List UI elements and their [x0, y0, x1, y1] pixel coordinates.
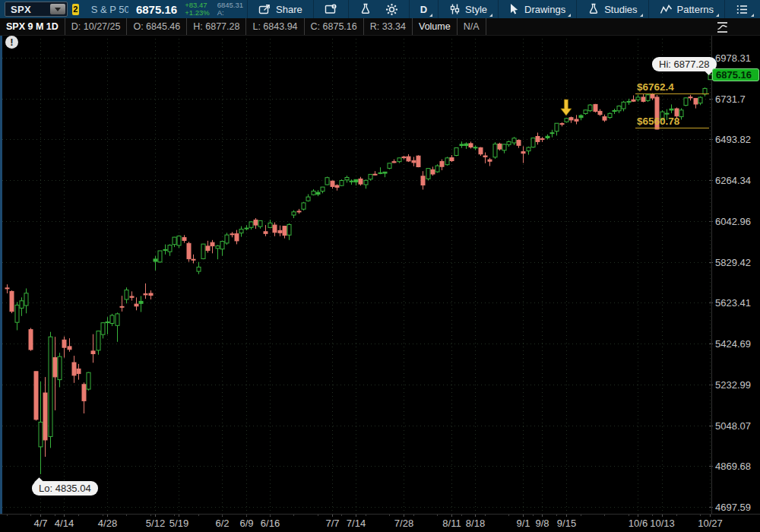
analyze-button[interactable]: [353, 0, 378, 18]
x-axis-label: 5/12: [146, 518, 165, 529]
candle-body: [521, 152, 525, 154]
candle-body: [440, 161, 444, 166]
info-cell: D: 10/27/25: [65, 18, 128, 35]
candle-body: [29, 330, 33, 350]
candle-body: [421, 176, 425, 185]
candle-body: [62, 340, 66, 347]
chart-toolbar: SPX 2 S & P 500 IN... 6875.16 +83.47 +1.…: [0, 0, 760, 18]
linked-charts-badge[interactable]: 2: [72, 4, 79, 15]
candle-body: [306, 197, 310, 201]
candle-body: [82, 385, 86, 401]
chart-style-icon: [449, 3, 461, 15]
low-price-tooltip: Lo: 4835.04: [32, 481, 98, 496]
symbol-description: S & P 500 IN...: [91, 4, 128, 15]
candlestick-layer: [5, 74, 712, 474]
dropdown-corner-icon: [489, 14, 492, 17]
candle-body: [331, 181, 334, 186]
candle-body: [416, 156, 420, 166]
trading-platform-window: SPX 2 S & P 500 IN... 6875.16 +83.47 +1.…: [0, 0, 760, 532]
candle-body: [278, 230, 282, 233]
y-axis-label: 6978.31: [715, 52, 751, 64]
share-icon: [258, 3, 271, 15]
x-axis-label: 6/9: [239, 518, 253, 529]
candle-body: [641, 97, 645, 101]
info-cell: R: 33.34: [364, 18, 413, 35]
x-axis-label: 7/7: [325, 518, 339, 529]
price-line-label: $6560.78: [637, 116, 680, 127]
candle-body: [216, 246, 220, 249]
candle-body: [245, 228, 249, 229]
candle-body: [598, 111, 602, 114]
candle-body: [163, 249, 167, 250]
candle-body: [383, 172, 387, 173]
toolbar-separator: [409, 0, 410, 18]
candle-body: [5, 288, 9, 289]
quick-settings-curve-icon[interactable]: [715, 21, 730, 37]
candle-body: [312, 191, 315, 195]
settings-button[interactable]: [378, 0, 405, 18]
chart-menu-button[interactable]: [729, 0, 755, 18]
x-axis-label: 10/13: [650, 518, 675, 529]
candle-body: [72, 363, 76, 375]
candle-body: [584, 110, 587, 114]
candle-body: [230, 234, 234, 235]
candle-body: [565, 119, 568, 122]
toolbar-separator: [313, 0, 314, 18]
symbol-dropdown-button[interactable]: [50, 4, 65, 14]
candle-body: [302, 203, 306, 209]
y-axis-label: 5424.69: [715, 338, 751, 350]
y-axis-label: 4869.68: [715, 461, 751, 472]
candle-body: [15, 305, 19, 322]
candle-body: [249, 222, 253, 227]
candle-body: [517, 141, 521, 146]
candle-body: [24, 293, 28, 306]
candle-body: [283, 226, 287, 236]
candle-body: [168, 245, 172, 252]
share-button[interactable]: Share: [252, 0, 309, 18]
drawings-button[interactable]: Drawings: [502, 0, 572, 18]
x-axis-label: 5/19: [169, 518, 188, 529]
y-axis-label: 6493.82: [715, 134, 751, 145]
dropdown-corner-icon: [751, 14, 754, 17]
x-axis-label: 8/11: [442, 518, 461, 529]
candle-body: [378, 173, 382, 173]
candle-body: [679, 110, 683, 117]
candle-body: [488, 160, 492, 161]
chart-alert-icon[interactable]: !: [5, 36, 18, 49]
toolbar-separator: [648, 0, 649, 18]
candle-body: [254, 220, 258, 225]
style-button[interactable]: Style: [442, 0, 494, 18]
candle-body: [335, 185, 339, 187]
candle-body: [627, 101, 631, 102]
candle-body: [264, 232, 268, 234]
info-cell: Volume: [413, 18, 458, 35]
candle-body: [77, 369, 81, 373]
candle-body: [345, 178, 349, 180]
candle-body: [402, 157, 406, 157]
candle-body: [350, 181, 353, 182]
x-axis-label: 4/14: [55, 518, 74, 529]
candle-body: [588, 105, 592, 111]
patterns-button[interactable]: Patterns: [653, 0, 720, 18]
candle-body: [431, 169, 435, 174]
symbol-input[interactable]: SPX: [5, 2, 68, 17]
x-axis-label: 9/15: [557, 518, 576, 529]
toolbar-separator: [576, 0, 577, 18]
studies-button[interactable]: Studies: [581, 0, 644, 18]
candle-body: [10, 291, 14, 311]
gear-icon: [385, 3, 398, 16]
y-axis-label: 6264.34: [715, 175, 751, 186]
candle-body: [354, 179, 358, 182]
y-axis-label: 5232.99: [715, 379, 751, 391]
flask-icon: [587, 3, 600, 15]
candle-body: [325, 178, 329, 185]
info-cell: O: 6845.46: [127, 18, 187, 35]
candle-body: [321, 187, 325, 192]
chart-describer-button[interactable]: [318, 0, 344, 18]
candle-body: [258, 220, 262, 226]
price-chart[interactable]: 6978.316731.76493.826264.346042.965829.4…: [0, 0, 760, 532]
candle-body: [49, 337, 52, 436]
candle-body: [460, 144, 464, 146]
candle-body: [493, 144, 497, 157]
timeframe-button[interactable]: D: [413, 0, 434, 18]
